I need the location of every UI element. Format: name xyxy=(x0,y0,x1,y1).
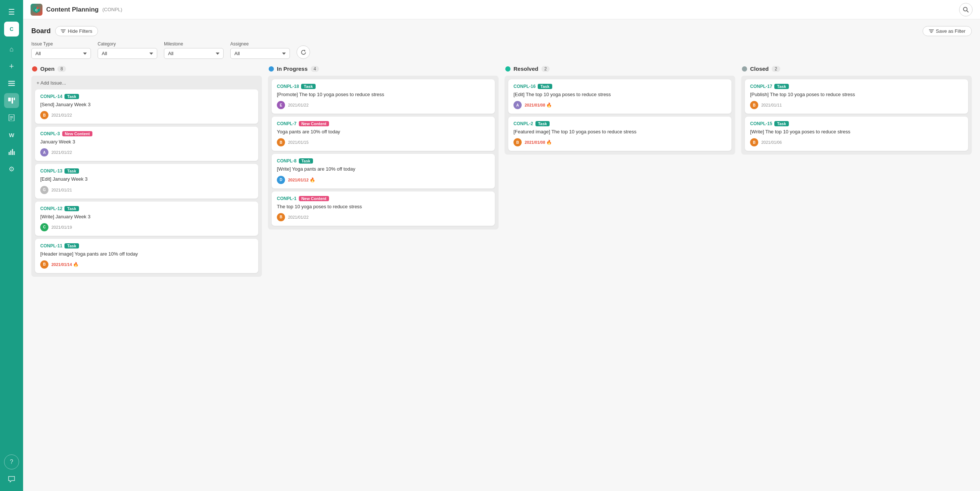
card-tag: Task xyxy=(64,168,79,173)
card-meta: A 2021/01/22 xyxy=(40,148,253,156)
card-tag: Task xyxy=(64,243,79,248)
card-tag: New Content xyxy=(299,121,329,126)
card-title: [Publish] The top 10 yoga poses to reduc… xyxy=(750,91,963,98)
card-id: CONPL-18 xyxy=(277,84,299,89)
status-label-open: Open xyxy=(40,65,54,72)
card-id: CONPL-1 xyxy=(277,196,297,201)
card-meta: B 2021/01/22 xyxy=(277,213,490,221)
hide-filters-button[interactable]: Hide Filters xyxy=(55,26,98,36)
issue-card[interactable]: CONPL-1 New Content The top 10 yoga pose… xyxy=(272,191,495,226)
avatar: B xyxy=(277,213,285,221)
sidebar-item-help[interactable]: ? xyxy=(4,454,19,469)
sidebar-item-settings[interactable]: ⚙ xyxy=(4,162,19,176)
refresh-button[interactable] xyxy=(297,46,310,59)
project-code: (CONPL) xyxy=(102,7,122,12)
svg-rect-13 xyxy=(13,151,14,155)
status-dot-resolved xyxy=(505,66,511,72)
issue-type-select[interactable]: All xyxy=(31,48,91,59)
card-title: [Promote] The top 10 yoga poses to reduc… xyxy=(277,91,490,98)
sidebar-item-docs[interactable] xyxy=(4,110,19,125)
issue-card[interactable]: CONPL-18 Task [Promote] The top 10 yoga … xyxy=(272,79,495,114)
card-title: Yoga pants are 10% off today xyxy=(277,129,490,135)
sidebar-item-reports[interactable] xyxy=(4,145,19,159)
avatar: B xyxy=(40,261,48,269)
card-top: CONPL-17 Task xyxy=(750,84,963,89)
svg-point-17 xyxy=(964,7,967,11)
avatar: B xyxy=(750,101,758,109)
add-issue-button[interactable]: + Add Issue... xyxy=(35,79,258,86)
card-meta: B 2021/01/22 xyxy=(40,111,253,119)
sidebar-item-list[interactable] xyxy=(4,76,19,91)
svg-rect-11 xyxy=(10,151,11,155)
status-dot-in-progress xyxy=(269,66,274,72)
card-id: CONPL-7 xyxy=(277,121,297,126)
sidebar-item-home[interactable]: ⌂ xyxy=(4,42,19,57)
save-filter-button[interactable]: Save as Filter xyxy=(923,26,972,36)
card-meta: A 2021/01/08 🔥 xyxy=(514,101,726,109)
avatar: B xyxy=(750,138,758,146)
card-title: [Send] January Week 3 xyxy=(40,101,253,108)
sidebar-item-chat[interactable] xyxy=(4,472,19,486)
issue-card[interactable]: CONPL-2 Task [Featured image] The top 10… xyxy=(508,117,732,151)
card-id: CONPL-12 xyxy=(40,206,62,211)
card-meta: B 2021/01/15 xyxy=(277,138,490,146)
search-button[interactable] xyxy=(959,3,972,16)
card-date: 2021/01/22 xyxy=(288,215,309,219)
content-area: Board Hide Filters Save as Filter xyxy=(23,19,980,491)
svg-rect-5 xyxy=(14,98,15,100)
card-meta: B 2021/01/14 🔥 xyxy=(40,261,253,269)
hamburger-icon[interactable]: ☰ xyxy=(5,5,18,19)
card-date: 2021/01/15 xyxy=(288,140,309,145)
sidebar-item-add[interactable]: + xyxy=(4,59,19,74)
svg-line-18 xyxy=(967,10,969,12)
issue-card[interactable]: CONPL-15 Task [Write] The top 10 yoga po… xyxy=(745,117,968,151)
milestone-select[interactable]: All xyxy=(164,48,224,59)
issue-card[interactable]: CONPL-13 Task [Edit] January Week 3 G 20… xyxy=(35,164,258,198)
sidebar-item-word[interactable]: W xyxy=(4,127,19,142)
card-id: CONPL-13 xyxy=(40,168,62,173)
issue-card[interactable]: CONPL-17 Task [Publish] The top 10 yoga … xyxy=(745,79,968,114)
issue-card[interactable]: CONPL-11 Task [Header image] Yoga pants … xyxy=(35,239,258,273)
avatar: B xyxy=(514,138,522,146)
card-date: 2021/01/06 xyxy=(761,140,782,145)
fire-icon: 🔥 xyxy=(310,177,315,183)
issue-card[interactable]: CONPL-7 New Content Yoga pants are 10% o… xyxy=(272,117,495,151)
card-top: CONPL-7 New Content xyxy=(277,121,490,126)
avatar: B xyxy=(40,111,48,119)
project-logo: C xyxy=(30,4,43,16)
category-select[interactable]: All xyxy=(98,48,157,59)
card-title: [Edit] January Week 3 xyxy=(40,176,253,183)
sidebar-item-board[interactable] xyxy=(4,93,19,108)
card-id: CONPL-16 xyxy=(514,84,535,89)
fire-icon: 🔥 xyxy=(546,102,552,108)
card-title: January Week 3 xyxy=(40,138,253,145)
status-label-closed: Closed xyxy=(750,65,769,72)
card-id: CONPL-2 xyxy=(514,121,533,126)
card-title: [Write] January Week 3 xyxy=(40,213,253,220)
milestone-filter: Milestone All xyxy=(164,41,224,59)
count-badge-closed: 2 xyxy=(772,66,780,72)
column-open: Open 8 + Add Issue... CONPL-14 Task [Sen… xyxy=(31,65,262,277)
card-id: CONPL-11 xyxy=(40,243,62,248)
card-tag: Task xyxy=(535,121,550,126)
save-filter-label: Save as Filter xyxy=(936,28,966,34)
issue-card[interactable]: CONPL-12 Task [Write] January Week 3 C 2… xyxy=(35,202,258,236)
fire-icon: 🔥 xyxy=(546,140,552,145)
issue-card[interactable]: CONPL-14 Task [Send] January Week 3 B 20… xyxy=(35,89,258,124)
assignee-select[interactable]: All xyxy=(230,48,290,59)
issue-card[interactable]: CONPL-16 Task [Edit] The top 10 yoga pos… xyxy=(508,79,732,114)
board-title: Board xyxy=(31,27,51,35)
card-meta: B 2021/01/11 xyxy=(750,101,963,109)
card-tag: Task xyxy=(301,84,315,89)
issue-card[interactable]: CONPL-8 Task [Write] Yoga pants are 10% … xyxy=(272,154,495,188)
issue-card[interactable]: CONPL-3 New Content January Week 3 A 202… xyxy=(35,127,258,161)
hide-filters-label: Hide Filters xyxy=(68,28,92,34)
avatar: C xyxy=(40,223,48,231)
card-meta: E 2021/01/22 xyxy=(277,101,490,109)
main-content: C Content Planning (CONPL) Board Hide Fi xyxy=(23,0,980,491)
status-label-resolved: Resolved xyxy=(514,65,538,72)
card-title: [Header image] Yoga pants are 10% off to… xyxy=(40,251,253,257)
issue-type-filter: Issue Type All xyxy=(31,41,91,59)
card-date: 2021/01/22 xyxy=(51,113,72,118)
card-top: CONPL-11 Task xyxy=(40,243,253,248)
